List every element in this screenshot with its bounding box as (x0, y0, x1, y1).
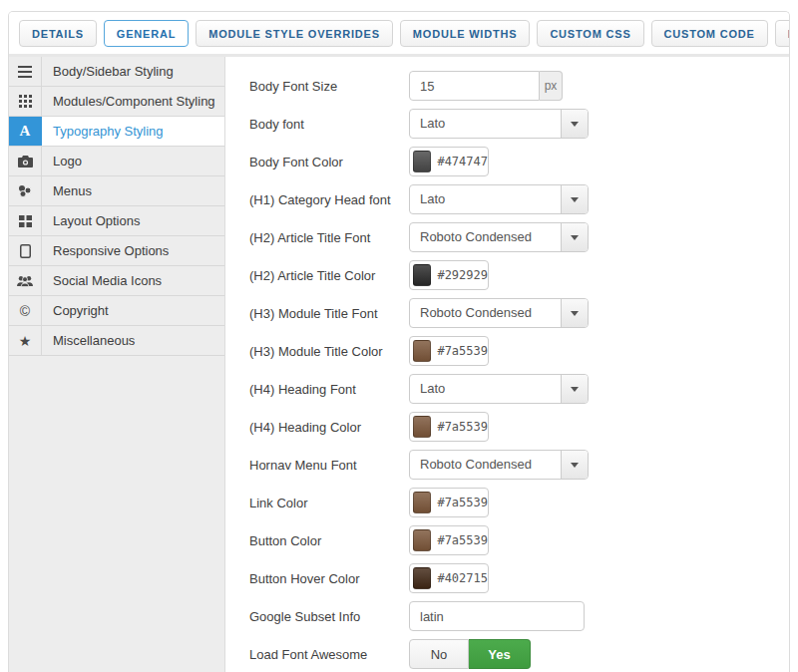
field-label: (H4) Heading Color (249, 420, 409, 435)
h2-article-title-color-picker[interactable]: #292929 (409, 260, 489, 290)
form-row-h1-category-head-font: (H1) Category Head font Lato (249, 184, 789, 214)
selected-option: Lato (410, 185, 561, 213)
form-row-h3-module-title-font: (H3) Module Title Font Roboto Condensed (249, 298, 789, 328)
form-row-google-subset-info: Google Subset Info (249, 601, 789, 631)
sidebar-item-label: Layout Options (42, 206, 224, 235)
field-label: Google Subset Info (249, 609, 409, 624)
color-hex-value: #7a5539 (437, 420, 488, 434)
sidebar-item-label: Typography Styling (42, 117, 224, 146)
color-hex-value: #7a5539 (437, 496, 488, 509)
tab-custom-code[interactable]: CUSTOM CODE (651, 20, 768, 47)
form-row-body-font: Body font Lato (249, 109, 789, 139)
color-swatch[interactable] (413, 492, 431, 513)
template-settings-panel: DETAILS GENERAL MODULE STYLE OVERRIDES M… (8, 11, 790, 672)
field-label: Body Font Size (249, 79, 409, 94)
toggle-yes-button[interactable]: Yes (469, 639, 531, 669)
dropdown-button[interactable] (561, 299, 588, 327)
color-hex-value: #7a5539 (437, 533, 488, 547)
selected-option: Roboto Condensed (410, 223, 561, 251)
field-label: Body Font Color (249, 155, 409, 169)
tab-module-style-overrides[interactable]: MODULE STYLE OVERRIDES (196, 20, 393, 47)
dropdown-button[interactable] (561, 451, 588, 479)
tablet-icon (9, 236, 42, 265)
color-swatch[interactable] (413, 151, 431, 172)
form-row-link-color: Link Color #7a5539 (249, 488, 789, 517)
tab-menu-assignment[interactable]: MENU ASSIGNMENT (775, 20, 790, 47)
selected-option: Roboto Condensed (410, 299, 561, 327)
sidebar-item-layout-options[interactable]: Layout Options (9, 206, 224, 236)
form-row-button-color: Button Color #7a5539 (249, 525, 789, 555)
menus-icon (9, 176, 42, 205)
h2-article-title-font-select[interactable]: Roboto Condensed (409, 222, 589, 252)
tab-module-widths[interactable]: MODULE WIDTHS (400, 20, 531, 47)
h3-module-title-color-picker[interactable]: #7a5539 (409, 336, 489, 366)
sidebar-item-label: Miscellaneous (42, 326, 224, 355)
body-font-color-picker[interactable]: #474747 (409, 147, 489, 176)
settings-sidebar: Body/Sidebar Styling Modules/Component S… (9, 57, 225, 672)
tab-general[interactable]: GENERAL (104, 20, 189, 47)
h3-module-title-font-select[interactable]: Roboto Condensed (409, 298, 589, 328)
form-row-load-font-awesome: Load Font Awesome No Yes (249, 639, 789, 669)
color-swatch[interactable] (413, 529, 431, 551)
dropdown-button[interactable] (561, 375, 588, 403)
tab-custom-css[interactable]: CUSTOM CSS (537, 20, 643, 47)
form-row-h4-heading-color: (H4) Heading Color #7a5539 (249, 412, 789, 442)
grid-icon (9, 87, 42, 116)
color-hex-value: #474747 (437, 155, 488, 168)
chevron-down-icon (571, 463, 579, 468)
field-label: (H3) Module Title Color (249, 344, 409, 359)
sidebar-item-label: Menus (42, 176, 224, 205)
google-subset-info-input[interactable] (409, 601, 585, 631)
field-label: Button Color (249, 533, 409, 548)
sidebar-item-logo[interactable]: Logo (9, 147, 224, 176)
sidebar-item-menus[interactable]: Menus (9, 176, 224, 206)
body-font-select[interactable]: Lato (409, 109, 589, 139)
form-row-button-hover-color: Button Hover Color #402715 (249, 563, 789, 593)
copyright-icon: © (9, 296, 42, 325)
sidebar-item-social-media-icons[interactable]: Social Media Icons (9, 266, 224, 296)
tab-bar: DETAILS GENERAL MODULE STYLE OVERRIDES M… (9, 12, 789, 57)
chevron-down-icon (571, 235, 579, 240)
h4-heading-font-select[interactable]: Lato (409, 374, 589, 404)
form-row-hornav-menu-font: Hornav Menu Font Roboto Condensed (249, 450, 789, 480)
form-row-body-font-color: Body Font Color #474747 (249, 147, 789, 176)
h4-heading-color-picker[interactable]: #7a5539 (409, 412, 489, 442)
field-label: (H3) Module Title Font (249, 306, 409, 321)
color-swatch[interactable] (413, 567, 431, 589)
button-color-picker[interactable]: #7a5539 (409, 525, 489, 555)
chevron-down-icon (571, 122, 579, 127)
h1-category-head-font-select[interactable]: Lato (409, 184, 589, 214)
toggle-no-button[interactable]: No (409, 639, 469, 669)
sidebar-item-copyright[interactable]: © Copyright (9, 296, 224, 326)
sidebar-item-typography-styling[interactable]: A Typography Styling (9, 117, 224, 147)
content-area: Body/Sidebar Styling Modules/Component S… (9, 57, 789, 672)
color-swatch[interactable] (413, 340, 431, 362)
field-label: Hornav Menu Font (249, 458, 409, 473)
sidebar-item-label: Responsive Options (42, 236, 224, 265)
selected-option: Lato (410, 110, 561, 138)
link-color-picker[interactable]: #7a5539 (409, 488, 489, 517)
hornav-menu-font-select[interactable]: Roboto Condensed (409, 450, 589, 480)
star-icon: ★ (9, 326, 42, 355)
load-font-awesome-toggle: No Yes (409, 639, 531, 669)
camera-icon (9, 147, 42, 175)
typography-settings-form: Body Font Size px Body font Lato Body Fo… (225, 57, 789, 672)
sidebar-item-miscellaneous[interactable]: ★ Miscellaneous (9, 326, 224, 356)
dropdown-button[interactable] (561, 223, 588, 251)
body-font-size-input[interactable] (409, 71, 540, 101)
color-swatch[interactable] (413, 264, 431, 286)
chevron-down-icon (571, 311, 579, 316)
form-row-h4-heading-font: (H4) Heading Font Lato (249, 374, 789, 404)
sidebar-item-body-sidebar-styling[interactable]: Body/Sidebar Styling (9, 57, 224, 87)
color-hex-value: #402715 (437, 571, 488, 585)
selected-option: Roboto Condensed (410, 451, 561, 479)
dropdown-button[interactable] (561, 110, 588, 138)
sidebar-item-responsive-options[interactable]: Responsive Options (9, 236, 224, 266)
tab-details[interactable]: DETAILS (19, 20, 97, 47)
dropdown-button[interactable] (561, 185, 588, 213)
button-hover-color-picker[interactable]: #402715 (409, 563, 489, 593)
color-swatch[interactable] (413, 416, 431, 438)
color-hex-value: #7a5539 (437, 344, 488, 358)
sidebar-item-modules-component-styling[interactable]: Modules/Component Styling (9, 87, 224, 117)
chevron-down-icon (571, 387, 579, 392)
